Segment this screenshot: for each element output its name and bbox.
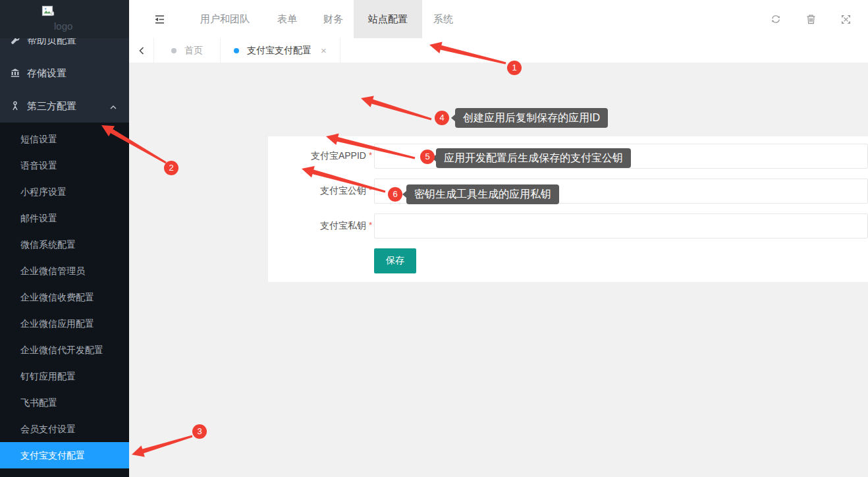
field-label-private-key: 支付宝私钥* — [268, 220, 372, 232]
tooltip-public-key-hint: 应用开发配置后生成保存的支付宝公钥 — [436, 148, 631, 168]
topbar-actions — [746, 14, 851, 24]
topnav-finance[interactable]: 财务 — [323, 0, 343, 38]
sidebar-parent-menu: 帮助页配置 存储设置 第三方配置 — [0, 24, 129, 123]
sidebar-item-member-pay-settings[interactable]: 会员支付设置 — [0, 416, 129, 442]
sidebar-item-third-party-config[interactable]: 第三方配置 — [0, 90, 129, 123]
topbar-nav: 用户和团队 表单 财务 站点配置 系统 — [165, 0, 453, 38]
broken-image-icon — [41, 5, 55, 21]
tooltip-appid-hint: 创建应用后复制保存的应用ID — [455, 108, 608, 128]
private-key-input[interactable] — [374, 213, 868, 238]
topbar: 用户和团队 表单 财务 站点配置 系统 — [129, 0, 868, 38]
tab-alipay-pay-config[interactable]: 支付宝支付配置 × — [221, 38, 340, 63]
sidebar-item-sms-settings[interactable]: 短信设置 — [0, 126, 129, 152]
sidebar-item-wecom-dev-config[interactable]: 企业微信代开发配置 — [0, 337, 129, 363]
fullscreen-icon[interactable] — [841, 14, 851, 24]
bank-icon — [9, 68, 21, 78]
menu-collapse-icon[interactable] — [154, 14, 165, 24]
tab-label: 首页 — [184, 45, 203, 57]
sidebar-item-dingtalk-app-config[interactable]: 钉钉应用配置 — [0, 363, 129, 389]
annotation-step-badge-4: 4 — [435, 111, 449, 125]
required-asterisk: * — [369, 150, 372, 160]
annotation-step-badge-1: 1 — [507, 61, 522, 75]
sidebar-item-alipay-pay-config[interactable]: 支付宝支付配置 — [0, 442, 129, 468]
close-icon[interactable]: × — [321, 45, 327, 56]
tooltip-caret — [402, 190, 407, 198]
sidebar-submenu: 短信设置 语音设置 小程序设置 邮件设置 微信系统配置 企业微信管理员 企业微信… — [0, 126, 129, 468]
tab-status-dot — [171, 48, 176, 53]
page-tabs-bar: 首页 支付宝支付配置 × — [129, 38, 868, 63]
sidebar-item-voice-settings[interactable]: 语音设置 — [0, 152, 129, 179]
sidebar-item-label: 存储设置 — [27, 67, 67, 80]
tab-status-dot — [234, 48, 239, 53]
sidebar-item-feishu-config[interactable]: 飞书配置 — [0, 389, 129, 416]
topnav-forms[interactable]: 表单 — [277, 0, 297, 38]
tooltip-private-key-hint: 密钥生成工具生成的应用私钥 — [406, 184, 559, 204]
logo: logo — [41, 5, 55, 21]
chevron-up-icon — [109, 102, 117, 113]
app-window: 帮助页配置 存储设置 第三方配置 短信设置 语音设置 小程序设置 — [0, 0, 868, 477]
tab-label: 支付宝支付配置 — [247, 45, 312, 57]
tooltip-caret — [451, 114, 456, 122]
sidebar-item-wechat-system-config[interactable]: 微信系统配置 — [0, 231, 129, 258]
sidebar-item-wecom-app-config[interactable]: 企业微信应用配置 — [0, 310, 129, 337]
tab-home[interactable]: 首页 — [154, 38, 221, 63]
topnav-site-config[interactable]: 站点配置 — [354, 0, 422, 38]
sidebar-item-miniprogram-settings[interactable]: 小程序设置 — [0, 179, 129, 205]
form-actions: 保存 — [374, 248, 868, 273]
sidebar-item-mail-settings[interactable]: 邮件设置 — [0, 205, 129, 231]
sidebar-item-wecom-charge-config[interactable]: 企业微信收费配置 — [0, 284, 129, 310]
chevron-left-icon[interactable] — [129, 38, 154, 63]
annotation-step-badge-5: 5 — [420, 150, 435, 164]
refresh-icon[interactable] — [771, 14, 781, 24]
field-label-public-key: 支付宝公钥* — [268, 185, 372, 197]
logo-alt-text: logo — [54, 20, 72, 32]
required-asterisk: * — [369, 185, 372, 195]
sidebar-item-wecom-admin[interactable]: 企业微信管理员 — [0, 258, 129, 284]
sidebar: 帮助页配置 存储设置 第三方配置 短信设置 语音设置 小程序设置 — [0, 0, 129, 477]
person-icon — [9, 101, 21, 111]
save-button[interactable]: 保存 — [374, 248, 416, 273]
required-asterisk: * — [369, 220, 372, 230]
annotation-step-badge-6: 6 — [388, 187, 402, 202]
annotation-step-badge-2: 2 — [164, 161, 178, 175]
topnav-system[interactable]: 系统 — [433, 0, 453, 38]
annotation-step-badge-3: 3 — [192, 424, 207, 439]
field-label-appid: 支付宝APPID* — [268, 150, 372, 162]
sidebar-logo-header: logo — [0, 0, 129, 38]
form-item-private-key: 支付宝私钥* — [268, 213, 868, 238]
sidebar-item-label: 第三方配置 — [27, 100, 76, 113]
topnav-users-teams[interactable]: 用户和团队 — [200, 0, 250, 38]
sidebar-item-storage-settings[interactable]: 存储设置 — [0, 57, 129, 90]
trash-icon[interactable] — [806, 14, 816, 24]
form-item-public-key: 支付宝公钥* — [268, 179, 868, 204]
